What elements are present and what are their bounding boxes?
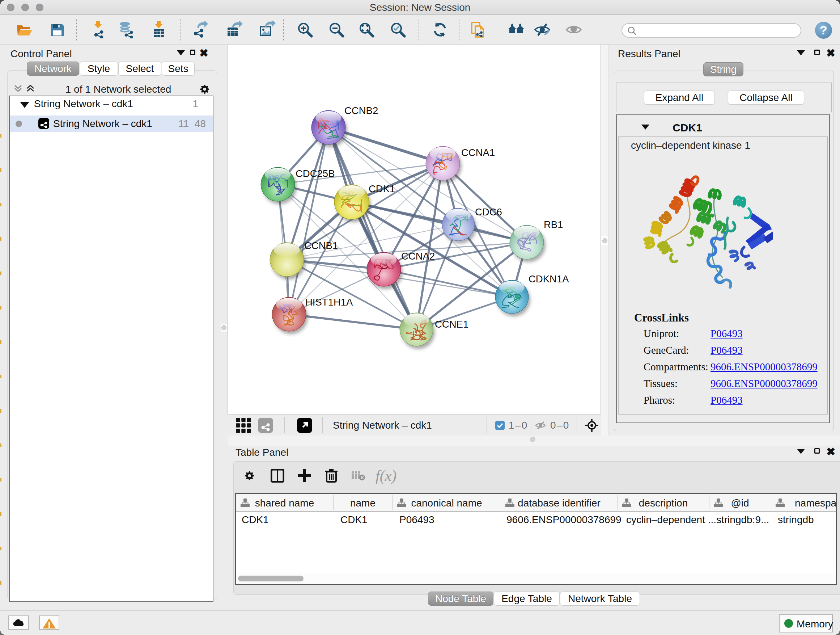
svg-text:RB1: RB1	[544, 219, 563, 230]
svg-text:CCNA1: CCNA1	[461, 147, 495, 158]
svg-text:CCNE1: CCNE1	[435, 318, 469, 330]
svg-text:CCNB2: CCNB2	[344, 105, 378, 116]
svg-text:HIST1H1A: HIST1H1A	[305, 296, 353, 308]
svg-text:CDKN1A: CDKN1A	[529, 273, 569, 285]
svg-text:CCNB1: CCNB1	[304, 240, 338, 251]
svg-text:CDC25B: CDC25B	[295, 168, 335, 179]
svg-text:CDC6: CDC6	[475, 206, 502, 218]
svg-text:CDK1: CDK1	[369, 183, 395, 195]
svg-text:CCNA2: CCNA2	[401, 250, 435, 262]
